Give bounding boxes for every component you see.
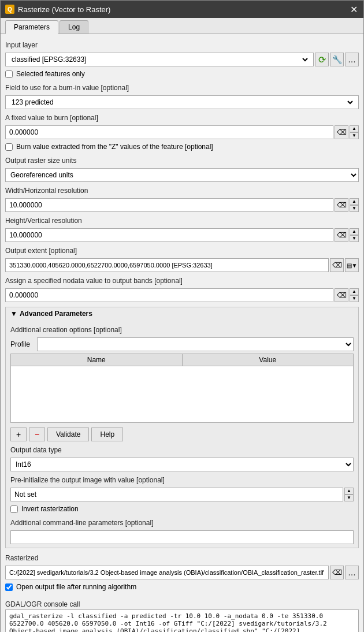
burn-field-row: 123 predicted [5, 95, 359, 109]
rasterized-label: Rasterized [5, 554, 359, 562]
input-layer-browse-btn[interactable]: … [345, 53, 359, 66]
profile-select[interactable] [37, 337, 354, 351]
nodata-label: Assign a specified nodata value to outpu… [5, 277, 359, 285]
pre-init-input[interactable] [10, 488, 343, 501]
form-content: Input layer classified [EPSG:32633] ⟳ 🔧 … [1, 34, 363, 632]
width-up-btn[interactable]: ▲ [350, 198, 359, 205]
output-dtype-select[interactable]: Int16 [10, 458, 354, 471]
window-close-button[interactable]: ✕ [348, 4, 359, 14]
selected-features-label: Selected features only [16, 70, 85, 78]
selected-features-row: Selected features only [5, 70, 359, 78]
height-spinner: ▲ ▼ [350, 228, 359, 242]
width-row: ⌫ ▲ ▼ [5, 198, 359, 212]
width-spinner: ▲ ▼ [350, 198, 359, 212]
height-up-btn[interactable]: ▲ [350, 228, 359, 235]
rasterized-input[interactable] [5, 566, 329, 579]
fixed-burn-spinner: ▲ ▼ [350, 125, 359, 139]
pre-init-up-btn[interactable]: ▲ [344, 488, 354, 495]
output-dtype-label: Output data type [10, 446, 354, 454]
col-name: Name [11, 354, 183, 366]
fixed-burn-label: A fixed value to burn [optional] [5, 114, 359, 122]
input-layer-select[interactable]: classified [EPSG:32633] [9, 54, 310, 65]
raster-size-row: Georeferenced units [5, 168, 359, 182]
pre-init-row: ▲ ▼ [10, 488, 354, 501]
main-window: Q Rasterize (Vector to Raster) ✕ Paramet… [0, 0, 364, 632]
fixed-burn-clear-btn[interactable]: ⌫ [335, 125, 348, 139]
invert-checkbox[interactable] [10, 505, 18, 513]
width-down-btn[interactable]: ▼ [350, 205, 359, 212]
raster-size-label: Output raster size units [5, 157, 359, 165]
open-output-label: Open output file after running algorithm [16, 583, 136, 591]
title-bar: Q Rasterize (Vector to Raster) ✕ [1, 1, 363, 18]
height-input[interactable] [5, 228, 333, 242]
window-title: Rasterize (Vector to Raster) [18, 5, 110, 14]
extent-clear-btn[interactable]: ⌫ [330, 258, 344, 272]
height-row: ⌫ ▲ ▼ [5, 228, 359, 242]
rasterized-row: ⌫ … [5, 566, 359, 579]
input-layer-combo[interactable]: classified [EPSG:32633] [5, 53, 314, 66]
nodata-row: ⌫ ▲ ▼ [5, 288, 359, 302]
input-layer-refresh-btn[interactable]: ⟳ [315, 53, 329, 66]
console-section: GDAL/OGR console call [5, 598, 359, 632]
pre-init-down-btn[interactable]: ▼ [344, 495, 354, 501]
console-textarea[interactable] [5, 609, 359, 632]
height-clear-btn[interactable]: ⌫ [335, 228, 348, 242]
nodata-up-btn[interactable]: ▲ [350, 288, 359, 295]
extent-input[interactable] [5, 258, 329, 272]
console-label: GDAL/OGR console call [5, 600, 359, 608]
height-down-btn[interactable]: ▼ [350, 235, 359, 242]
width-clear-btn[interactable]: ⌫ [335, 198, 348, 212]
validate-button[interactable]: Validate [47, 427, 89, 441]
rasterized-browse-btn[interactable]: … [345, 566, 359, 579]
fixed-burn-input[interactable] [5, 125, 333, 139]
selected-features-checkbox[interactable] [5, 70, 13, 78]
open-output-row: Open output file after running algorithm [5, 583, 359, 591]
advanced-content: Additional creation options [optional] P… [6, 320, 358, 548]
tab-parameters[interactable]: Parameters [5, 20, 58, 34]
profile-label: Profile [10, 340, 34, 348]
advanced-section: ▼ Advanced Parameters Additional creatio… [5, 307, 359, 548]
app-icon: Q [5, 5, 14, 14]
profile-row: Profile [10, 337, 354, 351]
pre-init-label: Pre-initialize the output image with val… [10, 476, 354, 484]
extent-pick-btn[interactable]: ▤▼ [345, 258, 359, 272]
col-value: Value [183, 354, 354, 366]
nodata-down-btn[interactable]: ▼ [350, 295, 359, 302]
burn-field-combo[interactable]: 123 predicted [5, 95, 359, 109]
table-add-btn[interactable]: + [10, 427, 27, 441]
nodata-clear-btn[interactable]: ⌫ [335, 288, 348, 302]
extent-label: Output extent [optional] [5, 247, 359, 255]
extent-row: ⌫ ▤▼ [5, 258, 359, 272]
title-bar-left: Q Rasterize (Vector to Raster) [5, 5, 110, 14]
fixed-burn-row: ⌫ ▲ ▼ [5, 125, 359, 139]
invert-label: Invert rasterization [21, 505, 79, 513]
pre-init-spinner: ▲ ▼ [344, 488, 354, 501]
table-remove-btn[interactable]: − [29, 427, 45, 441]
burn-z-row: Burn value extracted from the "Z" values… [5, 143, 359, 151]
creation-help-button[interactable]: Help [91, 427, 123, 441]
burn-field-select[interactable]: 123 predicted [9, 97, 355, 107]
burn-field-label: Field to use for a burn-in value [option… [5, 84, 359, 92]
burn-z-checkbox[interactable] [5, 143, 13, 151]
cmd-params-input[interactable] [10, 530, 354, 544]
open-output-checkbox[interactable] [5, 583, 13, 591]
creation-options-label: Additional creation options [optional] [10, 326, 354, 334]
table-header: Name Value [11, 354, 353, 366]
width-input[interactable] [5, 198, 333, 212]
name-value-table: Name Value [10, 354, 354, 423]
fixed-burn-down-btn[interactable]: ▼ [350, 132, 359, 139]
tab-bar: Parameters Log [1, 18, 363, 34]
cmd-params-label: Additional command-line parameters [opti… [10, 519, 354, 527]
nodata-input[interactable] [5, 288, 333, 302]
input-layer-row: classified [EPSG:32633] ⟳ 🔧 … [5, 53, 359, 66]
rasterized-clear-btn[interactable]: ⌫ [330, 566, 344, 579]
tab-log[interactable]: Log [60, 20, 88, 34]
table-actions: + − Validate Help [10, 427, 354, 441]
invert-row: Invert rasterization [10, 505, 354, 513]
height-label: Height/Vertical resolution [5, 217, 359, 225]
table-body [11, 366, 353, 418]
raster-size-select[interactable]: Georeferenced units [5, 168, 359, 182]
advanced-header[interactable]: ▼ Advanced Parameters [6, 307, 358, 320]
input-layer-settings-btn[interactable]: 🔧 [330, 53, 344, 66]
fixed-burn-up-btn[interactable]: ▲ [350, 125, 359, 132]
